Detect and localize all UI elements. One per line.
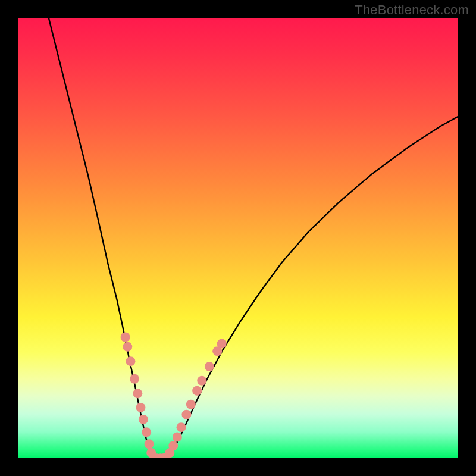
data-point xyxy=(192,386,202,396)
curve-paths xyxy=(49,18,458,458)
series-right-branch xyxy=(167,117,458,458)
data-point xyxy=(168,441,178,450)
data-point xyxy=(173,432,182,441)
data-point xyxy=(186,400,196,409)
data-point xyxy=(181,410,191,419)
data-point xyxy=(123,342,132,352)
data-point xyxy=(205,362,214,371)
data-point xyxy=(133,389,142,398)
data-markers xyxy=(121,333,227,459)
curve-layer xyxy=(18,18,458,458)
data-point xyxy=(126,356,135,366)
data-point xyxy=(130,374,139,384)
data-point xyxy=(139,415,148,424)
data-point xyxy=(197,376,206,386)
data-point xyxy=(177,422,186,432)
data-point xyxy=(121,333,130,342)
data-point xyxy=(145,439,154,449)
watermark-text: TheBottleneck.com xyxy=(355,2,469,18)
data-point xyxy=(217,339,227,349)
data-point xyxy=(142,427,151,437)
chart-frame: TheBottleneck.com xyxy=(0,0,476,476)
data-point xyxy=(136,403,145,412)
plot-area xyxy=(18,18,458,458)
